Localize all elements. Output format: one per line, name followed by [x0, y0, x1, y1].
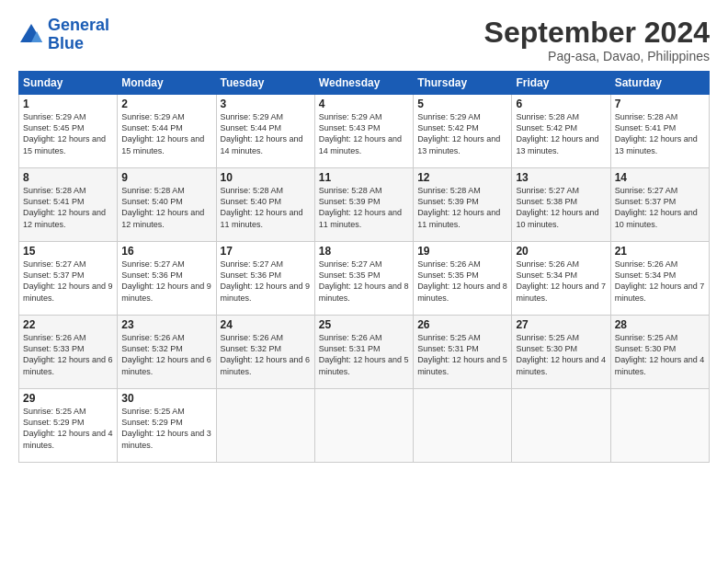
calendar-cell: 23 Sunrise: 5:26 AMSunset: 5:32 PMDaylig…: [118, 316, 216, 389]
day-number: 23: [121, 318, 211, 331]
cell-info: Sunrise: 5:26 AMSunset: 5:32 PMDaylight:…: [121, 333, 211, 375]
day-number: 22: [23, 318, 113, 331]
cell-info: Sunrise: 5:26 AMSunset: 5:31 PMDaylight:…: [319, 333, 409, 375]
day-number: 11: [319, 171, 409, 184]
calendar-cell: [512, 389, 610, 463]
day-number: 19: [417, 245, 507, 258]
day-number: 2: [121, 98, 211, 110]
month-title: September 2024: [484, 17, 710, 49]
day-number: 7: [615, 98, 705, 110]
day-number: 25: [319, 318, 409, 331]
day-number: 28: [615, 318, 705, 331]
calendar-cell: [414, 389, 512, 463]
day-number: 17: [221, 245, 311, 258]
cell-info: Sunrise: 5:25 AMSunset: 5:29 PMDaylight:…: [121, 407, 211, 449]
calendar-cell: 19 Sunrise: 5:26 AMSunset: 5:35 PMDaylig…: [414, 242, 512, 316]
day-number: 3: [221, 98, 311, 110]
cell-info: Sunrise: 5:27 AMSunset: 5:37 PMDaylight:…: [615, 186, 698, 228]
day-number: 26: [417, 318, 507, 331]
col-tuesday: Tuesday: [216, 72, 314, 95]
calendar-cell: 2 Sunrise: 5:29 AMSunset: 5:44 PMDayligh…: [118, 95, 216, 168]
cell-info: Sunrise: 5:27 AMSunset: 5:35 PMDaylight:…: [319, 259, 409, 302]
cell-info: Sunrise: 5:26 AMSunset: 5:33 PMDaylight:…: [23, 333, 113, 375]
calendar-row: 22 Sunrise: 5:26 AMSunset: 5:33 PMDaylig…: [19, 316, 710, 389]
cell-info: Sunrise: 5:28 AMSunset: 5:39 PMDaylight:…: [319, 186, 402, 228]
calendar-body: 1 Sunrise: 5:29 AMSunset: 5:45 PMDayligh…: [19, 95, 710, 463]
col-wednesday: Wednesday: [314, 72, 413, 95]
calendar-table: Sunday Monday Tuesday Wednesday Thursday…: [18, 71, 710, 463]
day-number: 6: [516, 98, 606, 110]
calendar-cell: 17 Sunrise: 5:27 AMSunset: 5:36 PMDaylig…: [216, 242, 314, 316]
calendar-cell: [610, 389, 709, 463]
calendar-row: 15 Sunrise: 5:27 AMSunset: 5:37 PMDaylig…: [19, 242, 710, 316]
header-row: Sunday Monday Tuesday Wednesday Thursday…: [19, 72, 710, 95]
day-number: 1: [23, 98, 113, 110]
col-friday: Friday: [512, 72, 610, 95]
calendar-cell: 4 Sunrise: 5:29 AMSunset: 5:43 PMDayligh…: [314, 95, 413, 168]
cell-info: Sunrise: 5:29 AMSunset: 5:44 PMDaylight:…: [121, 112, 204, 155]
calendar-cell: 21 Sunrise: 5:26 AMSunset: 5:34 PMDaylig…: [610, 242, 709, 316]
day-number: 21: [615, 245, 705, 258]
cell-info: Sunrise: 5:26 AMSunset: 5:34 PMDaylight:…: [516, 259, 606, 302]
page: General Blue September 2024 Pag-asa, Dav…: [0, 0, 728, 563]
cell-info: Sunrise: 5:28 AMSunset: 5:40 PMDaylight:…: [121, 186, 204, 228]
day-number: 12: [417, 171, 507, 184]
day-number: 9: [121, 171, 211, 184]
col-saturday: Saturday: [610, 72, 709, 95]
calendar-cell: 28 Sunrise: 5:25 AMSunset: 5:30 PMDaylig…: [610, 316, 709, 389]
cell-info: Sunrise: 5:29 AMSunset: 5:44 PMDaylight:…: [221, 112, 303, 155]
calendar-cell: 14 Sunrise: 5:27 AMSunset: 5:37 PMDaylig…: [610, 168, 709, 242]
col-monday: Monday: [118, 72, 216, 95]
day-number: 5: [417, 98, 507, 110]
cell-info: Sunrise: 5:28 AMSunset: 5:41 PMDaylight:…: [23, 186, 106, 228]
day-number: 4: [319, 98, 409, 110]
subtitle: Pag-asa, Davao, Philippines: [484, 49, 710, 63]
calendar-cell: 12 Sunrise: 5:28 AMSunset: 5:39 PMDaylig…: [414, 168, 512, 242]
title-block: September 2024 Pag-asa, Davao, Philippin…: [484, 17, 710, 63]
cell-info: Sunrise: 5:25 AMSunset: 5:31 PMDaylight:…: [417, 333, 507, 375]
day-number: 13: [516, 171, 606, 184]
calendar-row: 8 Sunrise: 5:28 AMSunset: 5:41 PMDayligh…: [19, 168, 710, 242]
day-number: 16: [121, 245, 211, 258]
day-number: 8: [23, 171, 113, 184]
cell-info: Sunrise: 5:25 AMSunset: 5:29 PMDaylight:…: [23, 407, 113, 449]
cell-info: Sunrise: 5:29 AMSunset: 5:45 PMDaylight:…: [23, 112, 106, 155]
logo-text: General Blue: [48, 17, 109, 53]
calendar-cell: 24 Sunrise: 5:26 AMSunset: 5:32 PMDaylig…: [216, 316, 314, 389]
calendar-cell: 26 Sunrise: 5:25 AMSunset: 5:31 PMDaylig…: [414, 316, 512, 389]
day-number: 18: [319, 245, 409, 258]
calendar-cell: 13 Sunrise: 5:27 AMSunset: 5:38 PMDaylig…: [512, 168, 610, 242]
cell-info: Sunrise: 5:28 AMSunset: 5:41 PMDaylight:…: [615, 112, 698, 155]
calendar-row: 29 Sunrise: 5:25 AMSunset: 5:29 PMDaylig…: [19, 389, 710, 463]
calendar-cell: 22 Sunrise: 5:26 AMSunset: 5:33 PMDaylig…: [19, 316, 118, 389]
cell-info: Sunrise: 5:28 AMSunset: 5:42 PMDaylight:…: [516, 112, 598, 155]
day-number: 10: [221, 171, 311, 184]
col-thursday: Thursday: [414, 72, 512, 95]
calendar-cell: 27 Sunrise: 5:25 AMSunset: 5:30 PMDaylig…: [512, 316, 610, 389]
logo: General Blue: [18, 17, 109, 53]
calendar-cell: 16 Sunrise: 5:27 AMSunset: 5:36 PMDaylig…: [118, 242, 216, 316]
day-number: 27: [516, 318, 606, 331]
cell-info: Sunrise: 5:27 AMSunset: 5:37 PMDaylight:…: [23, 259, 113, 302]
day-number: 15: [23, 245, 113, 258]
day-number: 20: [516, 245, 606, 258]
calendar-row: 1 Sunrise: 5:29 AMSunset: 5:45 PMDayligh…: [19, 95, 710, 168]
calendar-cell: 25 Sunrise: 5:26 AMSunset: 5:31 PMDaylig…: [314, 316, 413, 389]
cell-info: Sunrise: 5:25 AMSunset: 5:30 PMDaylight:…: [615, 333, 705, 375]
cell-info: Sunrise: 5:28 AMSunset: 5:40 PMDaylight:…: [221, 186, 303, 228]
cell-info: Sunrise: 5:26 AMSunset: 5:35 PMDaylight:…: [417, 259, 507, 302]
cell-info: Sunrise: 5:26 AMSunset: 5:34 PMDaylight:…: [615, 259, 705, 302]
logo-line1: General: [48, 16, 109, 34]
calendar-cell: [216, 389, 314, 463]
calendar-cell: 8 Sunrise: 5:28 AMSunset: 5:41 PMDayligh…: [19, 168, 118, 242]
day-number: 24: [221, 318, 311, 331]
calendar-cell: 29 Sunrise: 5:25 AMSunset: 5:29 PMDaylig…: [19, 389, 118, 463]
calendar-cell: 18 Sunrise: 5:27 AMSunset: 5:35 PMDaylig…: [314, 242, 413, 316]
calendar-cell: 1 Sunrise: 5:29 AMSunset: 5:45 PMDayligh…: [19, 95, 118, 168]
cell-info: Sunrise: 5:27 AMSunset: 5:38 PMDaylight:…: [516, 186, 598, 228]
calendar-cell: 15 Sunrise: 5:27 AMSunset: 5:37 PMDaylig…: [19, 242, 118, 316]
calendar-cell: 30 Sunrise: 5:25 AMSunset: 5:29 PMDaylig…: [118, 389, 216, 463]
cell-info: Sunrise: 5:27 AMSunset: 5:36 PMDaylight:…: [121, 259, 211, 302]
cell-info: Sunrise: 5:25 AMSunset: 5:30 PMDaylight:…: [516, 333, 606, 375]
calendar-cell: 6 Sunrise: 5:28 AMSunset: 5:42 PMDayligh…: [512, 95, 610, 168]
